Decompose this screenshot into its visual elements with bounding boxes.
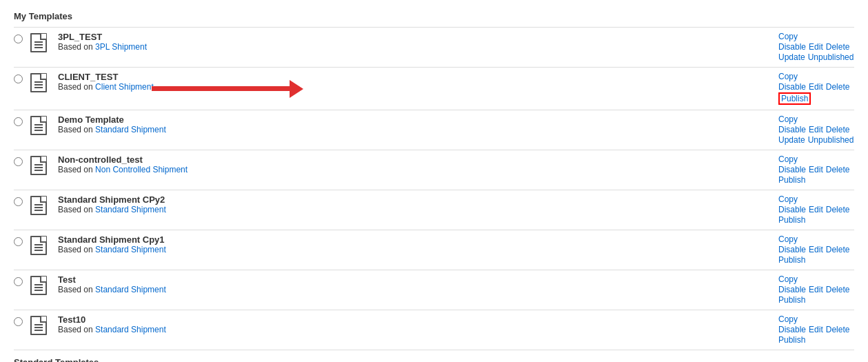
icon-col-non_controlled_test [30, 154, 55, 175]
radio-demo_template[interactable] [14, 117, 23, 126]
template-name-standard_cpy1: Standard Shipment Cpy1 [58, 234, 771, 245]
template-name-demo_template: Demo Template [58, 114, 771, 125]
copy-link-non_controlled_test[interactable]: Copy [778, 154, 798, 164]
disable-link-standard_cpy2[interactable]: Disable [778, 205, 806, 214]
copy-link-standard_cpy1[interactable]: Copy [778, 234, 798, 244]
publish-link-standard_cpy1[interactable]: Publish [778, 255, 805, 265]
edit-link-standard_cpy2[interactable]: Edit [809, 205, 823, 214]
copy-link-client_test[interactable]: Copy [778, 72, 798, 81]
info-col-test10: Test10Based on Standard Shipment [55, 314, 771, 334]
document-icon [30, 236, 47, 255]
radio-client_test[interactable] [14, 74, 23, 83]
template-row: 3PL_TESTBased on 3PL ShipmentCopyDisable… [14, 27, 854, 67]
radio-standard_cpy2[interactable] [14, 197, 23, 206]
template-based-client_test: Based on Client Shipment [58, 82, 771, 92]
template-row: Demo TemplateBased on Standard ShipmentC… [14, 110, 854, 150]
radio-non_controlled_test[interactable] [14, 157, 23, 166]
publish-link-non_controlled_test[interactable]: Publish [778, 175, 805, 185]
template-name-non_controlled_test: Non-controlled_test [58, 154, 771, 165]
template-based-standard_cpy1: Based on Standard Shipment [58, 245, 771, 254]
based-on-link-non_controlled_test[interactable]: Non Controlled Shipment [95, 165, 188, 174]
update-link-3pl_test[interactable]: Update [778, 52, 805, 62]
icon-col-3pl_test [30, 32, 55, 52]
disable-link-client_test[interactable]: Disable [778, 82, 806, 92]
delete-link-3pl_test[interactable]: Delete [826, 42, 850, 52]
delete-link-test10[interactable]: Delete [826, 325, 850, 334]
unpublished-link-3pl_test[interactable]: Unpublished [808, 52, 854, 62]
delete-link-demo_template[interactable]: Delete [826, 125, 850, 134]
publish-highlighted-link-client_test[interactable]: Publish [778, 92, 811, 105]
icon-col-standard_cpy2 [30, 194, 55, 215]
template-based-test: Based on Standard Shipment [58, 285, 771, 294]
radio-3pl_test[interactable] [14, 34, 23, 43]
copy-link-standard_cpy2[interactable]: Copy [778, 194, 798, 204]
delete-link-client_test[interactable]: Delete [826, 82, 850, 92]
disable-link-test[interactable]: Disable [778, 285, 806, 294]
template-based-non_controlled_test: Based on Non Controlled Shipment [58, 165, 771, 174]
delete-link-standard_cpy1[interactable]: Delete [826, 245, 850, 254]
info-col-test: TestBased on Standard Shipment [55, 274, 771, 294]
delete-link-standard_cpy2[interactable]: Delete [826, 205, 850, 214]
delete-link-test[interactable]: Delete [826, 285, 850, 294]
based-on-link-demo_template[interactable]: Standard Shipment [95, 125, 166, 134]
edit-link-client_test[interactable]: Edit [809, 82, 823, 92]
template-row: TestBased on Standard ShipmentCopyDisabl… [14, 270, 854, 310]
edit-link-demo_template[interactable]: Edit [809, 125, 823, 134]
template-row: Test10Based on Standard ShipmentCopyDisa… [14, 310, 854, 350]
disable-link-non_controlled_test[interactable]: Disable [778, 165, 806, 174]
icon-col-client_test [30, 72, 55, 92]
disable-link-test10[interactable]: Disable [778, 325, 806, 334]
edit-link-test[interactable]: Edit [809, 285, 823, 294]
radio-test10[interactable] [14, 317, 23, 326]
based-on-link-3pl_test[interactable]: 3PL Shipment [95, 42, 147, 52]
unpublished-link-demo_template[interactable]: Unpublished [808, 135, 854, 145]
disable-link-demo_template[interactable]: Disable [778, 125, 806, 134]
info-col-3pl_test: 3PL_TESTBased on 3PL Shipment [55, 32, 771, 52]
radio-standard_cpy1[interactable] [14, 237, 23, 246]
actions-col-client_test: CopyDisableEditDeletePublish [771, 72, 854, 105]
edit-link-non_controlled_test[interactable]: Edit [809, 165, 823, 174]
copy-link-test10[interactable]: Copy [778, 314, 798, 324]
info-col-standard_cpy1: Standard Shipment Cpy1Based on Standard … [55, 234, 771, 254]
actions-col-demo_template: CopyDisableEditDeleteUpdateUnpublished [771, 114, 854, 145]
my-templates-title: My Templates [14, 11, 854, 21]
actions-col-3pl_test: CopyDisableEditDeleteUpdateUnpublished [771, 32, 854, 63]
publish-link-test[interactable]: Publish [778, 295, 805, 305]
edit-link-test10[interactable]: Edit [809, 325, 823, 334]
disable-link-standard_cpy1[interactable]: Disable [778, 245, 806, 254]
based-on-link-standard_cpy1[interactable]: Standard Shipment [95, 245, 166, 254]
actions-col-standard_cpy1: CopyDisableEditDeletePublish [771, 234, 854, 265]
based-on-link-client_test[interactable]: Client Shipment [95, 82, 154, 92]
template-based-standard_cpy2: Based on Standard Shipment [58, 205, 771, 214]
info-col-client_test: CLIENT_TESTBased on Client Shipment [55, 72, 771, 92]
document-icon [30, 276, 47, 295]
document-icon [30, 156, 47, 175]
icon-col-test [30, 274, 55, 295]
edit-link-standard_cpy1[interactable]: Edit [809, 245, 823, 254]
standard-templates-title: Standard Templates [14, 357, 854, 362]
disable-link-3pl_test[interactable]: Disable [778, 42, 806, 52]
based-on-link-test10[interactable]: Standard Shipment [95, 325, 166, 334]
radio-col-client_test [14, 72, 30, 86]
publish-link-test10[interactable]: Publish [778, 335, 805, 345]
edit-link-3pl_test[interactable]: Edit [809, 42, 823, 52]
radio-col-test10 [14, 314, 30, 328]
copy-link-3pl_test[interactable]: Copy [778, 32, 798, 41]
template-row: CLIENT_TESTBased on Client ShipmentCopyD… [14, 67, 854, 110]
radio-col-standard_cpy1 [14, 234, 30, 248]
icon-col-standard_cpy1 [30, 234, 55, 255]
based-on-link-standard_cpy2[interactable]: Standard Shipment [95, 205, 166, 214]
radio-test[interactable] [14, 277, 23, 286]
template-based-test10: Based on Standard Shipment [58, 325, 771, 334]
template-row: Non-controlled_testBased on Non Controll… [14, 150, 854, 190]
standard-templates-section: Standard Templates Standard Shipment [14, 357, 854, 362]
actions-col-test10: CopyDisableEditDeletePublish [771, 314, 854, 345]
template-based-3pl_test: Based on 3PL Shipment [58, 42, 771, 52]
copy-link-demo_template[interactable]: Copy [778, 114, 798, 124]
info-col-non_controlled_test: Non-controlled_testBased on Non Controll… [55, 154, 771, 174]
update-link-demo_template[interactable]: Update [778, 135, 805, 145]
based-on-link-test[interactable]: Standard Shipment [95, 285, 166, 294]
copy-link-test[interactable]: Copy [778, 274, 798, 284]
publish-link-standard_cpy2[interactable]: Publish [778, 215, 805, 225]
delete-link-non_controlled_test[interactable]: Delete [826, 165, 850, 174]
